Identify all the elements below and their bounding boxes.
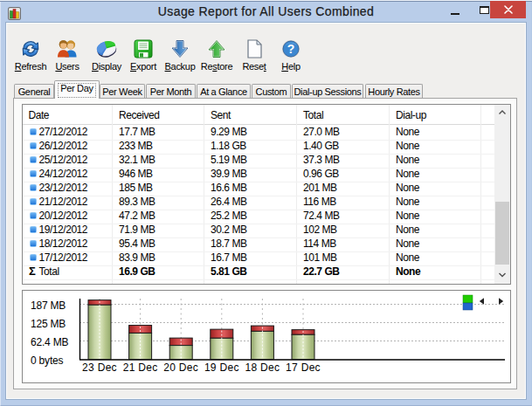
svg-text:?: ?: [287, 42, 295, 56]
